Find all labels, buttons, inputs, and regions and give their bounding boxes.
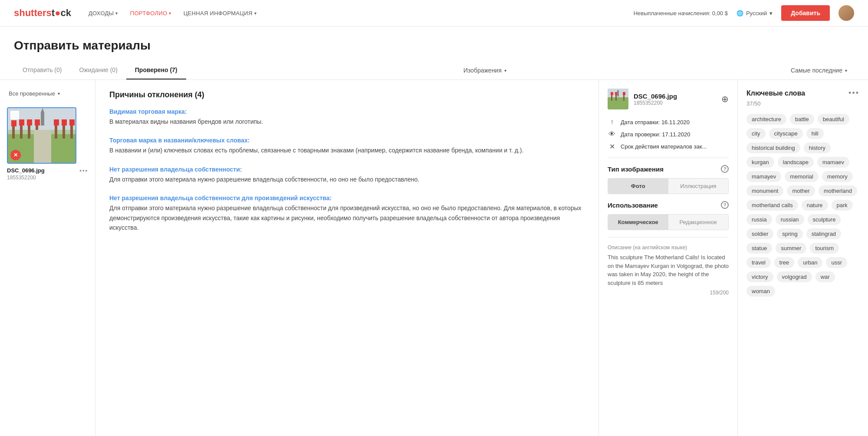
keywords-count: 37/50 — [746, 100, 859, 107]
keyword-tag-6[interactable]: historical building — [746, 142, 800, 153]
send-date-label: Дата отправки: 16.11.2020 — [621, 119, 690, 126]
keyword-tag-13[interactable]: memory — [822, 171, 853, 182]
all-verified-filter[interactable]: Все проверенные ▾ — [7, 87, 88, 100]
images-filter-chevron: ▾ — [504, 68, 506, 73]
rejection-reason-title-0[interactable]: Видимая торговая марка: — [109, 108, 585, 115]
upload-icon: ↑ — [608, 118, 616, 126]
keyword-tag-26[interactable]: statue — [746, 243, 772, 254]
keyword-tag-18[interactable]: nature — [802, 200, 828, 211]
nav-portfolio[interactable]: ПОРТФОЛИО ▾ — [130, 10, 171, 17]
keyword-tag-12[interactable]: memorial — [785, 171, 818, 182]
zoom-icon[interactable]: ⊕ — [721, 94, 729, 104]
image-checkbox[interactable] — [10, 111, 19, 119]
rejection-item-1: Торговая марка в названии/ключевых слова… — [109, 137, 585, 155]
keyword-tag-10[interactable]: mamaev — [817, 157, 849, 168]
filter-images[interactable]: Изображения ▾ — [457, 62, 513, 79]
rejection-panel: Причины отклонения (4) Видимая торговая … — [95, 80, 599, 436]
svg-rect-28 — [623, 92, 625, 95]
keyword-tag-9[interactable]: landscape — [778, 157, 814, 168]
keyword-tag-25[interactable]: stalingrad — [806, 228, 841, 239]
keyword-tag-20[interactable]: russia — [746, 214, 772, 225]
keyword-tag-31[interactable]: urban — [798, 257, 822, 268]
keyword-tag-27[interactable]: summer — [776, 243, 806, 254]
usage-help-icon[interactable]: ? — [721, 201, 729, 209]
rejection-reason-title-3[interactable]: Нет разрешения владельца собственности д… — [109, 195, 585, 201]
tab-send[interactable]: Отправить (0) — [14, 61, 70, 79]
nav-income[interactable]: ДОХОДЫ ▾ — [89, 10, 118, 17]
keyword-tag-8[interactable]: kurgan — [746, 157, 774, 168]
image-item: ✕ DSC_0696.jpg ••• 1855352200 — [7, 107, 88, 181]
keyword-tag-15[interactable]: mother — [787, 185, 815, 196]
keyword-tag-32[interactable]: ussr — [826, 257, 847, 268]
rejection-reason-text-1: В названии и (или) ключевых словах есть … — [109, 145, 585, 155]
description-label: Описание (на английском языке) — [608, 244, 729, 251]
header: shutterst●ck ДОХОДЫ ▾ ПОРТФОЛИО ▾ ЦЕННАЯ… — [0, 0, 868, 26]
keyword-tag-5[interactable]: hill — [806, 128, 824, 139]
eye-icon: 👁 — [608, 130, 616, 138]
filter-recent[interactable]: Самые последние ▾ — [784, 62, 854, 79]
usage-commercial-btn[interactable]: Коммерческое — [608, 215, 668, 230]
keyword-tag-1[interactable]: battle — [790, 114, 814, 125]
logo-dot: ● — [55, 7, 60, 19]
type-illustration-btn[interactable]: Иллюстрация — [668, 178, 729, 194]
tab-verified[interactable]: Проверено (7) — [126, 61, 186, 79]
image-type-toggle: Фото Иллюстрация — [608, 178, 729, 194]
expiry-label: Срок действия материалов зак... — [621, 143, 707, 150]
keyword-tag-35[interactable]: war — [815, 271, 835, 282]
keyword-tag-33[interactable]: victory — [746, 271, 773, 282]
keyword-tag-30[interactable]: tree — [774, 257, 794, 268]
keyword-tag-2[interactable]: beautiful — [818, 114, 849, 125]
keyword-tag-21[interactable]: russian — [776, 214, 804, 225]
rejection-reason-title-1[interactable]: Торговая марка в названии/ключевых слова… — [109, 137, 585, 144]
add-button[interactable]: Добавить — [781, 5, 830, 21]
usage-editorial-btn[interactable]: Редакционное — [668, 215, 729, 230]
image-type-title: Тип изображения ? — [608, 165, 729, 173]
keyword-tag-34[interactable]: volgograd — [777, 271, 812, 282]
keyword-tag-36[interactable]: woman — [746, 286, 775, 297]
image-thumbnail[interactable]: ✕ — [7, 107, 76, 164]
nav-pricing-chevron: ▾ — [254, 11, 256, 16]
keyword-tag-28[interactable]: tourism — [810, 243, 839, 254]
keyword-tag-19[interactable]: park — [832, 200, 853, 211]
keyword-tag-4[interactable]: cityscape — [769, 128, 803, 139]
keyword-tag-3[interactable]: city — [746, 128, 766, 139]
language-selector[interactable]: 🌐 Русский ▾ — [736, 10, 773, 17]
keywords-header: Ключевые слова ••• — [746, 89, 859, 98]
keyword-tag-0[interactable]: architecture — [746, 114, 786, 125]
info-title-group: DSC_0696.jpg 1855352200 — [634, 92, 677, 106]
keyword-tag-11[interactable]: mamayev — [746, 171, 781, 182]
keyword-tag-29[interactable]: travel — [746, 257, 771, 268]
type-photo-btn[interactable]: Фото — [608, 178, 668, 194]
nav-pricing[interactable]: ЦЕННАЯ ИНФОРМАЦИЯ ▾ — [184, 10, 256, 17]
globe-icon: 🌐 — [736, 10, 743, 17]
rejection-reason-text-0: В материалах видны названия брендов или … — [109, 117, 585, 126]
svg-rect-6 — [19, 119, 24, 126]
info-thumb-svg — [608, 89, 628, 109]
keyword-tag-22[interactable]: sculpture — [808, 214, 841, 225]
keyword-tag-7[interactable]: history — [804, 142, 831, 153]
keywords-more-menu[interactable]: ••• — [848, 89, 859, 98]
avatar[interactable] — [838, 5, 854, 21]
main-layout: Все проверенные ▾ — [0, 80, 868, 436]
nav-income-chevron: ▾ — [115, 11, 118, 16]
svg-rect-29 — [617, 90, 619, 96]
close-icon: ✕ — [608, 142, 616, 151]
review-date-row: 👁 Дата проверки: 17.11.2020 — [608, 130, 729, 138]
char-count: 159/200 — [608, 290, 729, 296]
keyword-tag-23[interactable]: soldier — [746, 228, 773, 239]
image-type-help-icon[interactable]: ? — [721, 165, 729, 173]
rejection-reason-title-2[interactable]: Нет разрешения владельца собственности: — [109, 166, 585, 173]
svg-rect-12 — [54, 119, 59, 126]
rejection-item-2: Нет разрешения владельца собственности: … — [109, 166, 585, 184]
keyword-tag-24[interactable]: spring — [777, 228, 802, 239]
keyword-tag-17[interactable]: motherland calls — [746, 200, 798, 211]
keyword-tag-16[interactable]: motherland — [819, 185, 857, 196]
description-text[interactable]: This sculpture The Motherland Calls! Is … — [608, 253, 729, 287]
keyword-tag-14[interactable]: monument — [746, 185, 783, 196]
logo: shutterst●ck — [14, 7, 71, 19]
image-label-row: DSC_0696.jpg ••• — [7, 167, 88, 174]
page-title-bar: Отправить материалы — [0, 26, 868, 61]
image-menu-button[interactable]: ••• — [79, 167, 88, 174]
tab-pending[interactable]: Ожидание (0) — [70, 61, 126, 79]
usage-toggle: Коммерческое Редакционное — [608, 214, 729, 230]
